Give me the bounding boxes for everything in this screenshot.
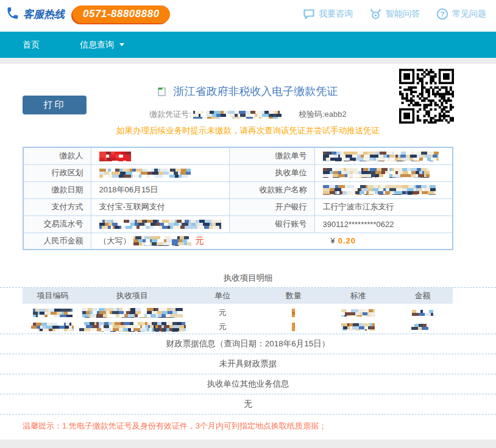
field-value xyxy=(314,164,453,181)
check-code: 校验码:eabb2 xyxy=(299,109,347,120)
amount-value: ¥0.20 xyxy=(331,233,356,250)
detail-column-header: 项目编码 xyxy=(23,290,83,301)
header-link-label: 智能问答 xyxy=(386,9,420,19)
hotline-label: 客服热线 xyxy=(23,7,65,21)
field-value: 390112*********0622 xyxy=(314,215,453,233)
info-table-row: 支付方式支付宝-互联网支付开户银行工行宁波市江东支行 xyxy=(23,198,453,215)
voucher-row: 缴款凭证号: 校验码:eabb2 xyxy=(0,109,496,120)
header-link-label: 常见问题 xyxy=(452,9,486,19)
header-link-0[interactable]: 我要咨询 xyxy=(303,8,353,20)
detail-column-header: 执收项目 xyxy=(83,290,182,301)
info-table-row: 缴款人缴款单号 xyxy=(23,147,453,164)
redacted-value xyxy=(82,308,183,318)
nav-item-1[interactable]: 信息查询 xyxy=(80,40,124,51)
page-title: 浙江省政府非税收入电子缴款凭证 xyxy=(0,84,496,99)
redacted-value xyxy=(99,169,191,178)
section-row-3: 无 xyxy=(0,394,496,414)
redacted-value xyxy=(323,185,436,195)
amount-cell: （大写）元¥0.20 xyxy=(91,233,453,250)
hotline: 客服热线 0571-88808880 xyxy=(5,5,170,23)
currency-symbol: ¥ xyxy=(331,236,335,245)
redacted-value xyxy=(323,152,439,161)
redacted-value xyxy=(263,309,324,317)
field-label: 人民币金额 xyxy=(23,233,91,250)
header-link-2[interactable]: ?常见问题 xyxy=(436,8,486,20)
nav-item-label: 首页 xyxy=(23,40,40,51)
chat-bubble-icon xyxy=(303,9,315,19)
field-value xyxy=(314,181,453,198)
redacted-value xyxy=(412,310,433,316)
redacted-value xyxy=(23,309,83,317)
field-label: 交易流水号 xyxy=(23,215,91,233)
field-label: 银行账号 xyxy=(229,215,314,233)
phone-icon xyxy=(4,5,21,23)
redacted-value xyxy=(31,323,74,331)
field-label: 收款账户名称 xyxy=(229,181,314,198)
section-row-1: 未开具财政票据 xyxy=(0,354,496,374)
nav-item-0[interactable]: 首页 xyxy=(23,40,40,51)
field-value xyxy=(314,147,453,164)
voucher-no-label: 缴款凭证号: xyxy=(149,109,191,120)
detail-header-row: 项目编码执收项目单位数量标准金额 xyxy=(23,288,453,304)
redacted-value xyxy=(323,168,430,178)
info-table-amount-row: 人民币金额（大写）元¥0.20 xyxy=(23,233,453,250)
redacted-value xyxy=(23,323,83,331)
svg-text:?: ? xyxy=(440,10,444,18)
detail-column-header: 单位 xyxy=(182,290,263,301)
payment-info-table: 缴款人缴款单号行政区划执收单位缴款日期2018年06月15日收款账户名称支付方式… xyxy=(23,147,453,250)
field-label: 开户银行 xyxy=(229,198,314,215)
section-text: 未开具财政票据 xyxy=(219,359,277,369)
field-label: 执收单位 xyxy=(229,164,314,181)
robot-icon xyxy=(369,8,382,20)
redacted-value xyxy=(341,309,375,317)
question-circle-icon: ? xyxy=(436,8,448,20)
detail-column-header: 金额 xyxy=(392,290,453,301)
redacted-value xyxy=(99,220,221,229)
field-value xyxy=(91,164,229,181)
header-link-1[interactable]: 智能问答 xyxy=(369,8,420,20)
field-value xyxy=(91,215,229,233)
detail-title: 执收项目明细 xyxy=(0,273,496,284)
hotline-number-badge: 0571-88808880 xyxy=(73,5,170,23)
field-label: 缴款日期 xyxy=(23,181,91,198)
redacted-value xyxy=(341,323,375,331)
info-table-row: 缴款日期2018年06月15日收款账户名称 xyxy=(23,181,453,198)
field-value xyxy=(91,147,229,164)
detail-column-header: 数量 xyxy=(263,290,324,301)
redacted-value xyxy=(324,309,392,317)
field-label: 支付方式 xyxy=(23,198,91,215)
redacted-value xyxy=(292,323,295,331)
field-label: 行政区划 xyxy=(23,164,91,181)
field-value: 工行宁波市江东支行 xyxy=(314,198,453,215)
amount-number: 0.20 xyxy=(338,236,356,245)
redacted-value xyxy=(99,152,131,161)
nav-item-label: 信息查询 xyxy=(80,40,114,51)
redacted-value xyxy=(133,236,191,246)
uppercase-amount-prefix: （大写） xyxy=(99,236,131,245)
redacted-value xyxy=(263,323,324,331)
notice-text: 如果办理后续业务时提示未缴款，请再次查询该凭证并尝试手动推送凭证 xyxy=(0,125,496,136)
field-value: 2018年06月15日 xyxy=(91,181,229,198)
redacted-value xyxy=(79,322,186,332)
chevron-down-icon xyxy=(119,43,124,49)
detail-column-header: 标准 xyxy=(324,290,392,301)
redacted-value xyxy=(83,322,182,332)
detail-unit-value: 元 xyxy=(182,321,263,332)
section-text: 无 xyxy=(244,399,252,410)
footer-strip xyxy=(0,439,496,448)
redacted-value xyxy=(392,310,453,316)
field-label: 缴款单号 xyxy=(229,147,314,164)
header-link-label: 我要咨询 xyxy=(319,9,353,19)
spacer-strip xyxy=(0,58,496,64)
redacted-value xyxy=(411,324,434,330)
top-header: 客服热线 0571-88808880 我要咨询智能问答?常见问题 xyxy=(0,0,496,32)
detail-unit-value: 元 xyxy=(182,307,263,318)
section-text: 财政票据信息（查询日期：2018年6月15日） xyxy=(166,338,330,349)
content-panel: 打印 浙江省政府非税收入电子缴款凭证 缴款凭证号: 校验码:eabb2 如果办理… xyxy=(0,64,496,439)
redacted-value xyxy=(83,308,182,318)
header-links: 我要咨询智能问答?常见问题 xyxy=(303,8,486,20)
redacted-value xyxy=(292,309,295,317)
document-icon xyxy=(158,86,169,99)
section-row-0: 财政票据信息（查询日期：2018年6月15日） xyxy=(0,334,496,354)
page-title-text: 浙江省政府非税收入电子缴款凭证 xyxy=(174,85,338,97)
